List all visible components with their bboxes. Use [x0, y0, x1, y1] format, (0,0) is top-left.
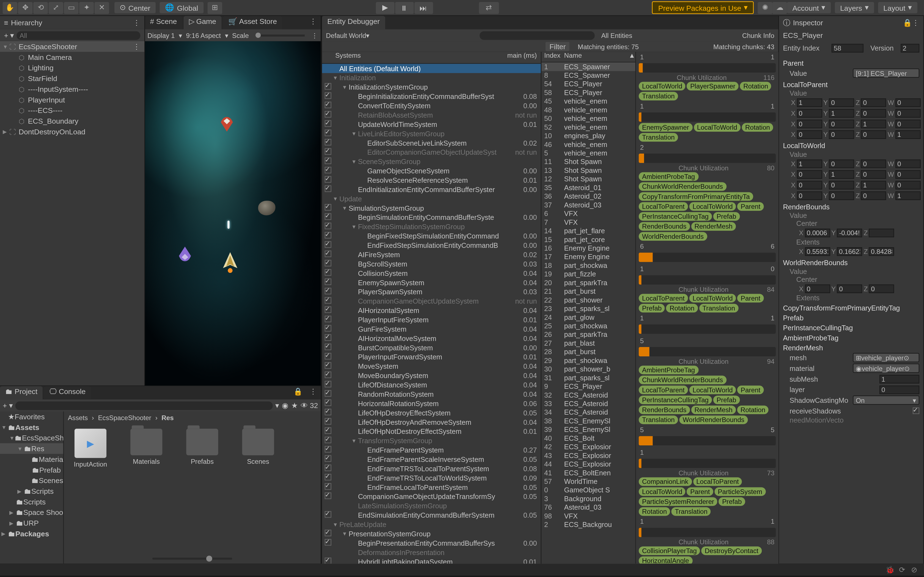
system-row[interactable]: EndFrameParentSystem0.27: [322, 445, 541, 455]
entity-row[interactable]: 6VFX: [541, 210, 635, 218]
layout-dropdown[interactable]: Layout ▾: [878, 2, 918, 13]
system-row[interactable]: CompanionGameObjectUpdateSystemnot run: [322, 297, 541, 306]
project-search[interactable]: [16, 401, 273, 410]
entity-row[interactable]: 5vehicle_enem: [541, 149, 635, 158]
entity-row[interactable]: 24part_glow: [541, 313, 635, 321]
tab-entity-debugger[interactable]: Entity Debugger: [322, 16, 385, 29]
system-row[interactable]: ResolveSceneReferenceSystem0.01: [322, 176, 541, 185]
system-row[interactable]: BurstCompatibleSystem0.00: [322, 343, 541, 352]
system-row[interactable]: BeginInitializationEntityCommandBufferSy…: [322, 92, 541, 101]
system-row[interactable]: BgScrollSystem0.03: [322, 259, 541, 268]
system-row[interactable]: EditorCompanionGameObjectUpdateSystnot r…: [322, 148, 541, 157]
entity-row[interactable]: 15part_jet_core: [541, 235, 635, 244]
project-tree-item[interactable]: 🖿 Materia: [0, 454, 63, 465]
system-row[interactable]: ▼SimulationSystemGroup: [322, 203, 541, 213]
add-icon[interactable]: + ▾: [4, 31, 14, 39]
entity-row[interactable]: 16Enemy Engine: [541, 244, 635, 253]
project-tree-item[interactable]: ▼🖿 Assets: [0, 422, 63, 433]
project-tree-item[interactable]: 🖿 Scripts: [0, 496, 63, 507]
system-row[interactable]: LifeOfHpNotDestroyEffectSystem0.01: [322, 427, 541, 436]
entity-row[interactable]: 54ECS_Player: [541, 80, 635, 88]
hierarchy-item[interactable]: ⬡PlayerInput: [0, 94, 144, 105]
entity-row[interactable]: 30part_shower_b: [541, 365, 635, 373]
entity-row[interactable]: 50vehicle_enem: [541, 114, 635, 123]
system-row[interactable]: AIHorizontalMoveSystem0.04: [322, 334, 541, 343]
hand-tool[interactable]: ✋: [3, 2, 17, 14]
system-row[interactable]: LifeOfHpDestroyAndRemoveSystem0.04: [322, 417, 541, 427]
system-row[interactable]: ▼SceneSystemGroup: [322, 157, 541, 166]
entity-row[interactable]: 27part_blast: [541, 339, 635, 348]
filter-icon[interactable]: ★: [291, 401, 298, 410]
system-row[interactable]: EnemySpawnSystem0.04: [322, 278, 541, 287]
entity-row[interactable]: 23part_sparks_sl: [541, 305, 635, 313]
scale-tool[interactable]: ⤢: [48, 2, 63, 14]
activity-icon[interactable]: ⊘: [908, 565, 920, 574]
entity-row[interactable]: 17Enemy Engine: [541, 253, 635, 261]
entity-row[interactable]: 29part_shockwa: [541, 356, 635, 365]
system-row[interactable]: EndFrameLocalToParentSystem0.05: [322, 482, 541, 492]
system-row[interactable]: HybridLightBakingDataSystem0.01: [322, 557, 541, 564]
rect-tool[interactable]: ▭: [64, 2, 78, 14]
entity-row[interactable]: 35Asteroid_01: [541, 184, 635, 192]
play-button[interactable]: ▶: [376, 2, 394, 14]
system-row[interactable]: RetainBlobAssetSystemnot run: [322, 110, 541, 120]
entity-row[interactable]: 20part_sparkTra: [541, 279, 635, 287]
entity-row[interactable]: 34ECS_Asteroid: [541, 408, 635, 417]
chunks-list[interactable]: 11 Chunk Utilization116 LocalToWorldPlay…: [636, 52, 779, 564]
entity-row[interactable]: 44ECS_Explosior: [541, 460, 635, 469]
system-row[interactable]: EndFrameParentScaleInverseSystem0.05: [322, 455, 541, 464]
system-row[interactable]: HorizontalRotationSystem0.06: [322, 399, 541, 408]
system-row[interactable]: AIHorizontalSystem0.04: [322, 306, 541, 315]
breadcrumb[interactable]: Assets › EcsSpaceShooter › Res: [64, 411, 321, 424]
hierarchy-item[interactable]: ⬡----ECS----: [0, 105, 144, 116]
entity-row[interactable]: 33ECS_Asteroid: [541, 400, 635, 408]
aspect-dropdown[interactable]: 9:16 Aspect: [186, 32, 221, 39]
entity-row[interactable]: 39ECS_EnemySl: [541, 425, 635, 434]
project-tree[interactable]: ★ Favorites ▼🖿 Assets▼🖿 EcsSpaceSh▼🖿 Res…: [0, 411, 64, 564]
system-row[interactable]: ▼Initialization: [322, 73, 541, 82]
pause-button[interactable]: ⏸: [395, 2, 414, 14]
system-row[interactable]: EndFrameTRSToLocalToParentSystem0.08: [322, 464, 541, 473]
lock-icon[interactable]: 🔒: [291, 386, 305, 399]
hierarchy-item[interactable]: ▶⛶DontDestroyOnLoad: [0, 126, 144, 137]
entity-row[interactable]: 46vehicle_enem: [541, 140, 635, 149]
hierarchy-tree[interactable]: ▼⛶EcsSpaceShooter⋮⬡Main Camera⬡Lighting⬡…: [0, 41, 144, 385]
entity-row[interactable]: 45vehicle_enem: [541, 97, 635, 105]
mesh-field[interactable]: ⊞ vehicle_player ⊙: [853, 353, 919, 362]
entity-row[interactable]: 57WorldTime: [541, 477, 635, 486]
systems-list[interactable]: All Entities (Default World)▼Initializat…: [322, 64, 541, 564]
tab-scene[interactable]: # Scene: [145, 16, 182, 29]
system-row[interactable]: BeginSimulationEntityCommandBufferSyste0…: [322, 213, 541, 222]
system-row[interactable]: ▼LiveLinkEditorSystemGroup: [322, 129, 541, 138]
entity-row[interactable]: 3Background: [541, 495, 635, 503]
custom-tool[interactable]: ✕: [94, 2, 109, 14]
hierarchy-item[interactable]: ▼⛶EcsSpaceShooter⋮: [0, 41, 144, 52]
system-row[interactable]: GunFireSystem0.04: [322, 324, 541, 334]
hierarchy-item[interactable]: ⬡Lighting: [0, 62, 144, 73]
system-row[interactable]: ▼PreLateUpdate: [322, 520, 541, 529]
snap-toggle[interactable]: ⊞: [207, 2, 222, 14]
entity-index-field[interactable]: [832, 44, 864, 52]
entity-row[interactable]: 11Shot Spawn: [541, 158, 635, 166]
entity-row[interactable]: 32ECS_Asteroid: [541, 391, 635, 399]
system-row[interactable]: ▼PresentationSystemGroup: [322, 529, 541, 538]
entity-row[interactable]: 37Asteroid_03: [541, 201, 635, 210]
filter-button[interactable]: Filter: [546, 42, 570, 51]
account-dropdown[interactable]: Account ▾: [787, 2, 831, 13]
entity-row[interactable]: 26part_sparkTra: [541, 330, 635, 339]
project-tree-item[interactable]: 🖿 Prefab: [0, 465, 63, 475]
project-tree-item[interactable]: ▶🖿 URP: [0, 517, 63, 529]
entity-row[interactable]: 22part_shower: [541, 296, 635, 304]
system-row[interactable]: PlayerInputFireSystem0.01: [322, 315, 541, 324]
tab-console[interactable]: 🖵 Console: [44, 386, 91, 399]
system-row[interactable]: RandomRotationSystem0.04: [322, 390, 541, 399]
material-field[interactable]: ◉ vehicle_player ⊙: [853, 364, 919, 373]
move-tool[interactable]: ✥: [18, 2, 32, 14]
entity-row[interactable]: 41ECS_BoltEnen: [541, 469, 635, 477]
rotate-tool[interactable]: ⟲: [33, 2, 48, 14]
entity-row[interactable]: 8ECS_Spawner: [541, 71, 635, 80]
asset-item[interactable]: Prefabs: [181, 429, 224, 465]
hierarchy-item[interactable]: ⬡----InputSystem----: [0, 84, 144, 95]
add-icon[interactable]: + ▾: [3, 401, 13, 410]
asset-grid[interactable]: InputActionMaterialsPrefabsScenes: [64, 424, 321, 553]
